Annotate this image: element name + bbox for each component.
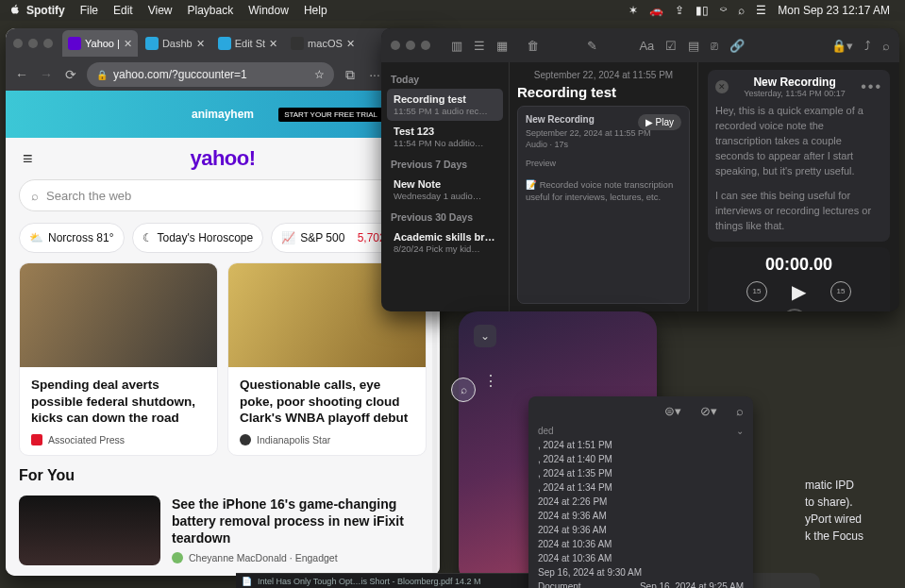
- file-row[interactable]: 2024 at 9:36 AM: [538, 523, 744, 537]
- address-text: yahoo.com/?guccounter=1: [113, 68, 309, 81]
- airplay-icon[interactable]: ⇪: [675, 4, 684, 17]
- back-button[interactable]: ←: [13, 67, 30, 82]
- group-icon[interactable]: ⊜▾: [664, 404, 681, 418]
- trash-icon[interactable]: 🗑: [527, 39, 539, 53]
- menu-edit[interactable]: Edit: [113, 4, 133, 17]
- file-row[interactable]: , 2024 at 1:35 PM: [538, 466, 744, 480]
- menubar-clock[interactable]: Mon Sep 23 12:17 AM: [778, 4, 890, 17]
- note-sub: 11:54 PM No additio…: [394, 138, 484, 148]
- file-row[interactable]: 2024 at 9:36 AM: [538, 509, 744, 523]
- forward-15-button[interactable]: 15: [830, 281, 851, 302]
- zoom-window-dot[interactable]: [421, 41, 430, 50]
- pocket-icon[interactable]: ⧉: [342, 67, 359, 83]
- play-button[interactable]: ▶Play: [638, 114, 681, 130]
- menu-window[interactable]: Window: [248, 4, 289, 17]
- chip-label: Norcross 81°: [48, 231, 114, 244]
- sidebar-toggle-icon[interactable]: ▥: [451, 39, 462, 53]
- file-row[interactable]: DocumentSep 16, 2024 at 9:25 AM: [538, 580, 744, 588]
- search-icon[interactable]: ⌕: [736, 404, 744, 418]
- more-icon[interactable]: ⋮: [483, 372, 498, 390]
- play-pause-button[interactable]: ▶: [792, 280, 806, 303]
- close-tab-icon[interactable]: ✕: [346, 38, 355, 50]
- spotlight-icon[interactable]: ⌕: [738, 4, 745, 17]
- apple-menu[interactable]: [9, 4, 21, 18]
- action-icon[interactable]: ⊘▾: [700, 404, 717, 418]
- close-tab-icon[interactable]: ✕: [124, 38, 132, 50]
- menu-playback[interactable]: Playback: [188, 4, 234, 17]
- ad-cta[interactable]: START YOUR FREE TRIAL: [278, 108, 383, 122]
- grid-view-icon[interactable]: ▦: [496, 39, 508, 53]
- search-icon[interactable]: ⌕: [451, 378, 476, 402]
- author-avatar-icon: [172, 552, 183, 563]
- search-icon[interactable]: ⌕: [882, 39, 890, 53]
- chip-horoscope[interactable]: ☾Today's Horoscope: [132, 223, 264, 253]
- wifi-icon[interactable]: ⌔: [720, 4, 727, 17]
- hamburger-icon[interactable]: ≡: [23, 149, 33, 169]
- evernote-icon[interactable]: ✶: [628, 4, 638, 17]
- checklist-icon[interactable]: ☑: [665, 39, 677, 53]
- tab-yahoo[interactable]: Yahoo |✕: [62, 30, 138, 57]
- tab-macos[interactable]: macOS✕: [285, 30, 360, 57]
- close-icon[interactable]: ✕: [715, 80, 729, 93]
- zoom-window-dot[interactable]: [43, 39, 53, 48]
- file-row[interactable]: 2024 at 10:36 AM: [538, 537, 744, 551]
- tab-edit[interactable]: Edit St✕: [212, 30, 283, 57]
- note-row[interactable]: New NoteWednesday 1 audio…: [387, 174, 503, 206]
- list-view-icon[interactable]: ☰: [474, 39, 485, 53]
- close-window-dot[interactable]: [391, 41, 400, 50]
- compose-icon[interactable]: ✎: [587, 39, 597, 53]
- file-row[interactable]: 2024 at 10:36 AM: [538, 551, 744, 565]
- control-center-icon[interactable]: ☰: [756, 4, 766, 17]
- banner-ad[interactable]: animayhem START YOUR FREE TRIAL: [6, 91, 440, 138]
- address-field[interactable]: 🔒 yahoo.com/?guccounter=1 ☆: [87, 62, 334, 87]
- chevron-down-icon[interactable]: ⌄: [474, 325, 496, 347]
- download-bar[interactable]: 📄Intel Has Only Tough Opt…is Short - Blo…: [236, 573, 557, 588]
- file-row[interactable]: , 2024 at 1:51 PM: [538, 438, 744, 452]
- source-icon: [31, 434, 42, 445]
- menu-view[interactable]: View: [148, 4, 173, 17]
- close-tab-icon[interactable]: ✕: [196, 38, 205, 50]
- reload-button[interactable]: ⟳: [62, 67, 79, 82]
- column-headers[interactable]: ded⌄: [538, 424, 744, 438]
- file-row[interactable]: , 2024 at 1:34 PM: [538, 480, 744, 495]
- file-row[interactable]: , 2024 at 1:40 PM: [538, 452, 744, 466]
- lock-icon[interactable]: 🔒▾: [831, 39, 853, 53]
- note-row[interactable]: Recording test11:55 PM 1 audio rec…: [387, 89, 503, 121]
- recording-title: New Recording: [734, 76, 855, 89]
- table-icon[interactable]: ▤: [688, 39, 699, 53]
- menubar-app-name[interactable]: Spotify: [26, 4, 65, 17]
- rewind-15-button[interactable]: 15: [746, 281, 767, 302]
- note-row[interactable]: Test 12311:54 PM No additio…: [387, 121, 503, 153]
- close-window-dot[interactable]: [13, 39, 23, 48]
- more-icon[interactable]: •••: [861, 78, 882, 95]
- file-row[interactable]: Sep 16, 2024 at 9:30 AM: [538, 565, 744, 580]
- menu-file[interactable]: File: [80, 4, 98, 17]
- story-source: Associated Press: [48, 434, 125, 445]
- forward-button[interactable]: →: [38, 67, 55, 82]
- minimize-window-dot[interactable]: [406, 41, 415, 50]
- recording-card[interactable]: New Recording September 22, 2024 at 11:5…: [517, 106, 690, 304]
- close-tab-icon[interactable]: ✕: [269, 38, 277, 50]
- menu-help[interactable]: Help: [304, 4, 327, 17]
- record-button[interactable]: [782, 309, 807, 312]
- for-you-item[interactable]: See the iPhone 16's game-changing batter…: [6, 488, 440, 569]
- tab-dashboard[interactable]: Dashb✕: [140, 30, 210, 57]
- chip-weather[interactable]: ⛅Norcross 81°: [19, 223, 125, 253]
- story-card[interactable]: Spending deal averts possible federal sh…: [19, 262, 218, 456]
- menubar: Spotify File Edit View Playback Window H…: [0, 0, 905, 21]
- link-icon[interactable]: 🔗: [729, 39, 745, 53]
- car-icon[interactable]: 🚗: [649, 4, 663, 17]
- yahoo-logo[interactable]: yahoo!: [190, 146, 255, 171]
- note-row[interactable]: Academic skills br…8/20/24 Pick my kid…: [387, 227, 503, 259]
- share-icon[interactable]: ⤴: [864, 39, 871, 53]
- battery-icon[interactable]: ▮▯: [696, 4, 709, 17]
- font-icon[interactable]: Aa: [639, 39, 654, 53]
- notes-list[interactable]: Today Recording test11:55 PM 1 audio rec…: [381, 62, 510, 311]
- file-row[interactable]: 2024 at 2:26 PM: [538, 495, 744, 509]
- chip-label: S&P 500: [300, 231, 344, 244]
- search-input[interactable]: ⌕ Search the web: [19, 179, 427, 211]
- search-icon: ⌕: [31, 189, 39, 203]
- bookmark-icon[interactable]: ☆: [314, 68, 325, 81]
- media-icon[interactable]: ⎚: [711, 39, 718, 53]
- minimize-window-dot[interactable]: [28, 39, 38, 48]
